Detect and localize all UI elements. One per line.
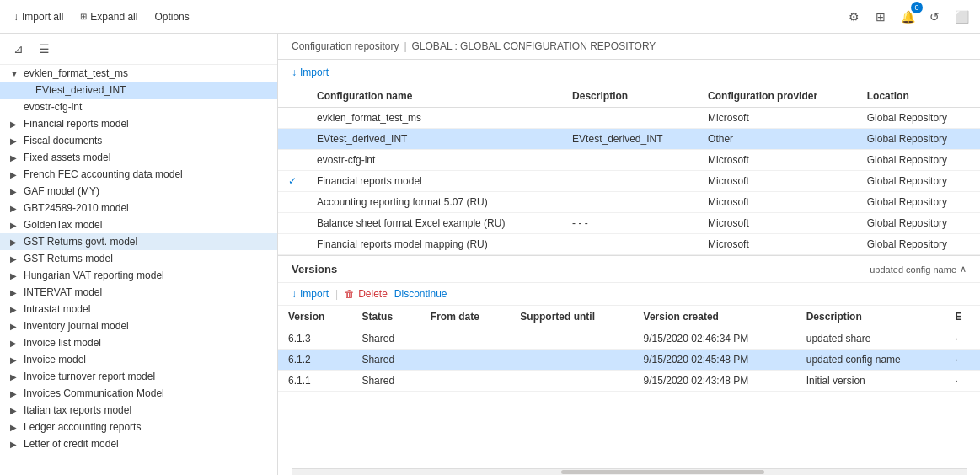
config-row[interactable]: Balance sheet format Excel example (RU)-… — [278, 213, 980, 234]
versions-discontinue-btn[interactable]: Discontinue — [394, 288, 447, 300]
sidebar-item[interactable]: ▶GAF model (MY) — [0, 183, 277, 200]
config-row[interactable]: Financial reports model mapping (RU)Micr… — [278, 234, 980, 255]
version-from_date-cell — [420, 350, 510, 371]
sidebar-item[interactable]: ▶Invoice list model — [0, 334, 277, 351]
config-location-cell: Global Repository — [857, 192, 980, 213]
config-row[interactable]: Accounting reporting format 5.07 (RU)Mic… — [278, 192, 980, 213]
breadcrumb-part2: GLOBAL : GLOBAL CONFIGURATION REPOSITORY — [412, 40, 656, 52]
sidebar-item[interactable]: ▶GoldenTax model — [0, 216, 277, 233]
configs-table-header: Configuration name Description Configura… — [278, 85, 980, 108]
expand-icon: ▶ — [10, 238, 22, 247]
sidebar-item[interactable]: ▼evklen_format_test_ms — [0, 65, 277, 82]
windows-icon-btn[interactable]: ⊞ — [869, 5, 892, 29]
sidebar-item[interactable]: ▶Inventory journal model — [0, 318, 277, 334]
notification-count: 0 — [911, 2, 923, 13]
settings-icon-btn[interactable]: ⚙ — [842, 5, 865, 29]
maximize-btn[interactable]: ⬜ — [950, 5, 973, 29]
versions-delete-btn[interactable]: 🗑 Delete — [345, 288, 388, 300]
sidebar-item[interactable]: ▶Intrastat model — [0, 301, 277, 318]
version-version-cell: 6.1.1 — [278, 371, 351, 392]
delete-icon: 🗑 — [345, 288, 355, 300]
version-version-cell: 6.1.2 — [278, 350, 351, 371]
import-icon: ↓ — [13, 11, 19, 23]
versions-import-btn[interactable]: ↓ Import — [292, 288, 329, 300]
expand-icon: ▶ — [10, 339, 22, 348]
sidebar-item[interactable]: ▶Invoices Communication Model — [0, 385, 277, 402]
filter-btn[interactable]: ⊿ — [7, 37, 30, 61]
config-provider-cell: Other — [698, 129, 857, 150]
expand-icon: ▶ — [10, 322, 22, 331]
config-name-cell: Financial reports model mapping (RU) — [307, 234, 562, 255]
config-row[interactable]: evklen_format_test_msMicrosoftGlobal Rep… — [278, 108, 980, 129]
col-description: Description — [562, 85, 698, 108]
sidebar-item[interactable]: ▶Letter of credit model — [0, 435, 277, 452]
sidebar-item[interactable]: ▶Ledger accounting reports — [0, 419, 277, 435]
sidebar-item[interactable]: ▶GST Returns govt. model — [0, 233, 277, 250]
versions-table-wrap: Version Status From date Supported until… — [278, 306, 980, 468]
configs-table: Configuration name Description Configura… — [278, 85, 980, 255]
version-description-cell: updated share — [796, 328, 945, 350]
expand-all-button[interactable]: ⊞ Expand all — [73, 8, 144, 26]
scrollbar-thumb — [561, 470, 763, 474]
import-all-button[interactable]: ↓ Import all — [7, 8, 70, 26]
refresh-btn[interactable]: ↺ — [923, 5, 946, 29]
configs-section: ↓ Import Configuration name Description … — [278, 60, 980, 256]
config-name-cell: Balance sheet format Excel example (RU) — [307, 213, 562, 234]
sidebar-item[interactable]: ▶Fixed assets model — [0, 149, 277, 166]
sidebar-item-label: Fixed assets model — [24, 152, 110, 163]
col-provider: Configuration provider — [698, 85, 857, 108]
sidebar-item[interactable]: ▶Italian tax reports model — [0, 402, 277, 419]
notification-badge: 🔔 0 — [896, 5, 919, 29]
configs-import-btn[interactable]: ↓ Import — [292, 67, 329, 78]
version-row[interactable]: 6.1.1Shared9/15/2020 02:43:48 PMInitial … — [278, 371, 980, 392]
collapse-icon: ∧ — [960, 264, 967, 275]
version-description-cell: Initial version — [796, 371, 945, 392]
sidebar-item[interactable]: ▶GST Returns model — [0, 250, 277, 267]
sidebar-list: ▼evklen_format_test_msEVtest_derived_INT… — [0, 65, 277, 475]
sidebar-item[interactable]: ▶INTERVAT model — [0, 284, 277, 301]
import-arrow-icon: ↓ — [292, 67, 297, 78]
sidebar-item[interactable]: ▶GBT24589-2010 model — [0, 200, 277, 216]
config-check-cell — [278, 234, 307, 255]
config-name-cell: evostr-cfg-int — [307, 150, 562, 171]
config-desc-cell: - - - — [562, 213, 698, 234]
expand-icon: ▶ — [10, 288, 22, 297]
content-area: ↓ Import Configuration name Description … — [278, 60, 980, 475]
sidebar-item-label: Fiscal documents — [24, 135, 102, 147]
main-layout: ⊿ ☰ ▼evklen_format_test_msEVtest_derived… — [0, 34, 980, 475]
bottom-scrollbar[interactable] — [292, 468, 967, 475]
sidebar-item-label: Ledger accounting reports — [24, 421, 141, 433]
menu-btn[interactable]: ☰ — [32, 37, 56, 61]
config-row[interactable]: evostr-cfg-intMicrosoftGlobal Repository — [278, 150, 980, 171]
versions-updated-label: updated config name — [870, 264, 956, 275]
expand-icon: ▶ — [10, 355, 22, 365]
sidebar-item[interactable]: ▶Financial reports model — [0, 115, 277, 132]
expand-icon: ▶ — [10, 254, 22, 264]
sidebar-item[interactable]: ▶Invoice turnover report model — [0, 368, 277, 385]
vcol-status: Status — [351, 306, 420, 328]
sidebar-item[interactable]: ▶Hungarian VAT reporting model — [0, 267, 277, 284]
version-row[interactable]: 6.1.3Shared9/15/2020 02:46:34 PMupdated … — [278, 328, 980, 350]
config-row[interactable]: ✓Financial reports modelMicrosoftGlobal … — [278, 171, 980, 192]
sidebar-item[interactable]: ▶French FEC accounting data model — [0, 166, 277, 183]
version-row[interactable]: 6.1.2Shared9/15/2020 02:45:48 PMupdated … — [278, 350, 980, 371]
config-name-cell: Accounting reporting format 5.07 (RU) — [307, 192, 562, 213]
sidebar-item[interactable]: evostr-cfg-int — [0, 99, 277, 115]
versions-header: Versions updated config name ∧ — [278, 256, 980, 283]
sidebar-item[interactable]: ▶Fiscal documents — [0, 132, 277, 149]
options-button[interactable]: Options — [147, 8, 195, 26]
versions-table-header: Version Status From date Supported until… — [278, 306, 980, 328]
version-supported_until-cell — [510, 350, 633, 371]
sidebar-item[interactable]: EVtest_derived_INT — [0, 82, 277, 99]
col-location: Location — [857, 85, 980, 108]
sidebar-item-label: Invoices Communication Model — [24, 387, 164, 399]
config-row[interactable]: EVtest_derived_INTEVtest_derived_INTOthe… — [278, 129, 980, 150]
version-from_date-cell — [420, 371, 510, 392]
sidebar-item-label: evostr-cfg-int — [24, 101, 82, 113]
version-extra-cell: · — [945, 328, 980, 350]
sidebar-item-label: Financial reports model — [24, 118, 129, 130]
expand-icon: ▶ — [10, 440, 22, 449]
sidebar-item[interactable]: ▶Invoice model — [0, 351, 277, 368]
version-supported_until-cell — [510, 371, 633, 392]
version-created-cell: 9/15/2020 02:43:48 PM — [634, 371, 796, 392]
